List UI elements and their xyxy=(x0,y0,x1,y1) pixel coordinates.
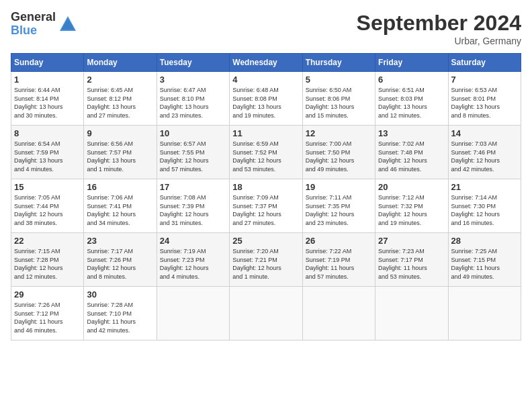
day-info: Sunrise: 6:54 AMSunset: 7:59 PMDaylight:… xyxy=(14,140,81,173)
logo-general: General xyxy=(11,11,56,24)
calendar-row: 29Sunrise: 7:26 AMSunset: 7:12 PMDayligh… xyxy=(11,287,521,340)
day-number: 4 xyxy=(232,75,299,85)
calendar-cell: 19Sunrise: 7:11 AMSunset: 7:35 PMDayligh… xyxy=(302,179,375,233)
calendar-cell: 27Sunrise: 7:23 AMSunset: 7:17 PMDayligh… xyxy=(375,233,448,287)
day-number: 24 xyxy=(160,236,226,246)
header-tuesday: Tuesday xyxy=(157,54,229,72)
calendar-row: 22Sunrise: 7:15 AMSunset: 7:28 PMDayligh… xyxy=(11,233,521,287)
day-number: 22 xyxy=(14,236,81,246)
day-info: Sunrise: 7:02 AMSunset: 7:48 PMDaylight:… xyxy=(378,140,445,173)
calendar-cell: 22Sunrise: 7:15 AMSunset: 7:28 PMDayligh… xyxy=(11,233,84,287)
header-sunday: Sunday xyxy=(11,54,84,72)
calendar-cell: 16Sunrise: 7:06 AMSunset: 7:41 PMDayligh… xyxy=(84,179,157,233)
day-number: 20 xyxy=(378,182,445,192)
day-info: Sunrise: 7:00 AMSunset: 7:50 PMDaylight:… xyxy=(306,140,372,173)
day-info: Sunrise: 6:50 AMSunset: 8:06 PMDaylight:… xyxy=(306,86,372,120)
day-info: Sunrise: 6:59 AMSunset: 7:52 PMDaylight:… xyxy=(232,140,299,173)
day-info: Sunrise: 6:57 AMSunset: 7:55 PMDaylight:… xyxy=(160,140,226,173)
day-info: Sunrise: 7:17 AMSunset: 7:26 PMDaylight:… xyxy=(87,247,153,281)
day-number: 30 xyxy=(87,289,153,300)
calendar-cell: 26Sunrise: 7:22 AMSunset: 7:19 PMDayligh… xyxy=(302,233,375,287)
calendar-cell: 4Sunrise: 6:48 AMSunset: 8:08 PMDaylight… xyxy=(230,72,302,126)
calendar-cell xyxy=(302,287,375,340)
location: Urbar, Germany xyxy=(357,36,521,46)
day-info: Sunrise: 6:56 AMSunset: 7:57 PMDaylight:… xyxy=(87,140,153,173)
calendar-cell xyxy=(157,287,229,340)
calendar-cell: 23Sunrise: 7:17 AMSunset: 7:26 PMDayligh… xyxy=(84,233,157,287)
day-number: 12 xyxy=(306,128,372,138)
day-number: 2 xyxy=(87,75,153,85)
calendar-cell: 8Sunrise: 6:54 AMSunset: 7:59 PMDaylight… xyxy=(11,126,84,179)
calendar-header-row: Sunday Monday Tuesday Wednesday Thursday… xyxy=(11,54,521,72)
day-number: 3 xyxy=(160,75,226,85)
day-number: 16 xyxy=(87,182,153,192)
title-block: September 2024 Urbar, Germany xyxy=(357,11,521,46)
header-thursday: Thursday xyxy=(302,54,375,72)
day-info: Sunrise: 7:28 AMSunset: 7:10 PMDaylight:… xyxy=(87,301,153,334)
calendar-cell: 10Sunrise: 6:57 AMSunset: 7:55 PMDayligh… xyxy=(157,126,229,179)
calendar-row: 15Sunrise: 7:05 AMSunset: 7:44 PMDayligh… xyxy=(11,179,521,233)
logo-blue: Blue xyxy=(11,24,56,38)
day-info: Sunrise: 6:53 AMSunset: 8:01 PMDaylight:… xyxy=(451,86,518,120)
day-number: 29 xyxy=(14,289,81,300)
calendar-cell: 15Sunrise: 7:05 AMSunset: 7:44 PMDayligh… xyxy=(11,179,84,233)
day-info: Sunrise: 7:25 AMSunset: 7:15 PMDaylight:… xyxy=(451,247,518,281)
calendar-cell: 9Sunrise: 6:56 AMSunset: 7:57 PMDaylight… xyxy=(84,126,157,179)
day-number: 13 xyxy=(378,128,445,138)
calendar-cell: 25Sunrise: 7:20 AMSunset: 7:21 PMDayligh… xyxy=(230,233,302,287)
day-info: Sunrise: 7:12 AMSunset: 7:32 PMDaylight:… xyxy=(378,193,445,227)
calendar-cell: 13Sunrise: 7:02 AMSunset: 7:48 PMDayligh… xyxy=(375,126,448,179)
calendar-cell: 6Sunrise: 6:51 AMSunset: 8:03 PMDaylight… xyxy=(375,72,448,126)
day-info: Sunrise: 7:09 AMSunset: 7:37 PMDaylight:… xyxy=(232,193,299,227)
logo-icon xyxy=(58,15,77,34)
svg-marker-1 xyxy=(61,19,75,30)
day-number: 26 xyxy=(306,236,372,246)
calendar-cell: 20Sunrise: 7:12 AMSunset: 7:32 PMDayligh… xyxy=(375,179,448,233)
day-info: Sunrise: 7:23 AMSunset: 7:17 PMDaylight:… xyxy=(378,247,445,281)
day-number: 7 xyxy=(451,75,518,85)
calendar-cell: 17Sunrise: 7:08 AMSunset: 7:39 PMDayligh… xyxy=(157,179,229,233)
day-number: 6 xyxy=(378,75,445,85)
day-info: Sunrise: 6:45 AMSunset: 8:12 PMDaylight:… xyxy=(87,86,153,120)
day-number: 25 xyxy=(232,236,299,246)
day-info: Sunrise: 7:19 AMSunset: 7:23 PMDaylight:… xyxy=(160,247,226,281)
day-number: 19 xyxy=(306,182,372,192)
day-info: Sunrise: 7:26 AMSunset: 7:12 PMDaylight:… xyxy=(14,301,81,334)
calendar-cell: 28Sunrise: 7:25 AMSunset: 7:15 PMDayligh… xyxy=(448,233,521,287)
header-wednesday: Wednesday xyxy=(230,54,302,72)
calendar-cell: 12Sunrise: 7:00 AMSunset: 7:50 PMDayligh… xyxy=(302,126,375,179)
calendar-cell: 3Sunrise: 6:47 AMSunset: 8:10 PMDaylight… xyxy=(157,72,229,126)
calendar-cell: 29Sunrise: 7:26 AMSunset: 7:12 PMDayligh… xyxy=(11,287,84,340)
calendar-row: 1Sunrise: 6:44 AMSunset: 8:14 PMDaylight… xyxy=(11,72,521,126)
day-number: 9 xyxy=(87,128,153,138)
calendar-cell: 30Sunrise: 7:28 AMSunset: 7:10 PMDayligh… xyxy=(84,287,157,340)
day-number: 21 xyxy=(451,182,518,192)
day-number: 28 xyxy=(451,236,518,246)
page-header: General Blue September 2024 Urbar, Germa… xyxy=(11,11,521,46)
calendar-cell: 14Sunrise: 7:03 AMSunset: 7:46 PMDayligh… xyxy=(448,126,521,179)
calendar-cell: 21Sunrise: 7:14 AMSunset: 7:30 PMDayligh… xyxy=(448,179,521,233)
day-info: Sunrise: 6:48 AMSunset: 8:08 PMDaylight:… xyxy=(232,86,299,120)
day-number: 23 xyxy=(87,236,153,246)
day-info: Sunrise: 7:05 AMSunset: 7:44 PMDaylight:… xyxy=(14,193,81,227)
day-info: Sunrise: 6:51 AMSunset: 8:03 PMDaylight:… xyxy=(378,86,445,120)
calendar-cell: 7Sunrise: 6:53 AMSunset: 8:01 PMDaylight… xyxy=(448,72,521,126)
day-info: Sunrise: 7:11 AMSunset: 7:35 PMDaylight:… xyxy=(306,193,372,227)
day-info: Sunrise: 7:14 AMSunset: 7:30 PMDaylight:… xyxy=(451,193,518,227)
day-number: 17 xyxy=(160,182,226,192)
calendar-cell: 2Sunrise: 6:45 AMSunset: 8:12 PMDaylight… xyxy=(84,72,157,126)
day-info: Sunrise: 7:03 AMSunset: 7:46 PMDaylight:… xyxy=(451,140,518,173)
calendar-cell: 11Sunrise: 6:59 AMSunset: 7:52 PMDayligh… xyxy=(230,126,302,179)
day-info: Sunrise: 7:06 AMSunset: 7:41 PMDaylight:… xyxy=(87,193,153,227)
day-info: Sunrise: 7:20 AMSunset: 7:21 PMDaylight:… xyxy=(232,247,299,281)
day-info: Sunrise: 7:08 AMSunset: 7:39 PMDaylight:… xyxy=(160,193,226,227)
day-info: Sunrise: 7:15 AMSunset: 7:28 PMDaylight:… xyxy=(14,247,81,281)
header-friday: Friday xyxy=(375,54,448,72)
header-saturday: Saturday xyxy=(448,54,521,72)
day-number: 15 xyxy=(14,182,81,192)
day-number: 10 xyxy=(160,128,226,138)
calendar-table: Sunday Monday Tuesday Wednesday Thursday… xyxy=(11,53,521,340)
calendar-cell: 5Sunrise: 6:50 AMSunset: 8:06 PMDaylight… xyxy=(302,72,375,126)
day-number: 18 xyxy=(232,182,299,192)
calendar-cell: 1Sunrise: 6:44 AMSunset: 8:14 PMDaylight… xyxy=(11,72,84,126)
